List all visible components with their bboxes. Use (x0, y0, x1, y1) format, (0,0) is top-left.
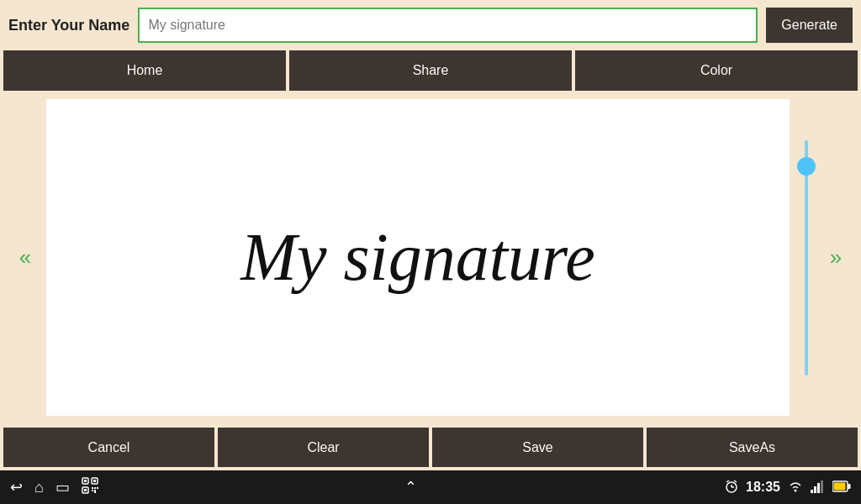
svg-rect-18 (814, 486, 816, 493)
name-input[interactable] (138, 8, 758, 43)
saveas-button[interactable]: SaveAs (647, 428, 858, 467)
status-time: 18:35 (746, 480, 780, 495)
cancel-button[interactable]: Cancel (3, 428, 214, 467)
svg-rect-7 (94, 487, 96, 489)
share-button[interactable]: Share (289, 50, 572, 91)
wifi-icon (787, 480, 804, 496)
save-button[interactable]: Save (432, 428, 643, 467)
signal-icon (811, 480, 826, 496)
recents-icon[interactable]: ▭ (55, 478, 70, 496)
svg-rect-23 (833, 482, 845, 490)
svg-rect-5 (84, 489, 87, 491)
svg-rect-1 (84, 480, 87, 482)
battery-icon (832, 480, 851, 495)
svg-rect-9 (94, 490, 96, 493)
status-left-icons: ↩ ⌂ ▭ (10, 477, 98, 498)
back-icon[interactable]: ↩ (10, 478, 23, 496)
clear-button[interactable]: Clear (218, 428, 429, 467)
svg-rect-3 (93, 480, 96, 482)
qr-icon[interactable] (82, 477, 98, 498)
prev-arrow-button[interactable]: « (8, 99, 42, 416)
next-arrow-button[interactable]: » (819, 244, 853, 270)
generate-button[interactable]: Generate (766, 8, 853, 43)
svg-rect-19 (817, 483, 820, 493)
svg-rect-6 (92, 487, 93, 489)
enter-name-label: Enter Your Name (8, 17, 129, 34)
svg-rect-20 (821, 480, 823, 493)
svg-line-14 (726, 480, 729, 482)
signature-display: My signature (240, 219, 594, 296)
svg-point-16 (794, 489, 796, 491)
slider-thumb[interactable] (797, 157, 816, 176)
svg-line-15 (734, 480, 737, 482)
size-slider[interactable] (794, 99, 819, 416)
svg-rect-8 (92, 490, 93, 491)
home-button[interactable]: Home (3, 50, 286, 91)
status-bar: ↩ ⌂ ▭ ⌃ (0, 470, 861, 504)
bottom-bar: Cancel Clear Save SaveAs (0, 424, 861, 470)
main-area: « My signature » (0, 91, 861, 424)
svg-rect-10 (97, 487, 98, 489)
signature-canvas: My signature (46, 99, 790, 416)
nav-bar: Home Share Color (0, 50, 861, 91)
svg-rect-22 (848, 484, 850, 489)
color-button[interactable]: Color (575, 50, 858, 91)
slider-track (805, 140, 808, 375)
alarm-icon (724, 479, 739, 496)
right-side: » (794, 99, 853, 416)
home-icon[interactable]: ⌂ (34, 479, 44, 496)
status-right-icons: 18:35 (724, 479, 851, 496)
top-bar: Enter Your Name Generate (0, 0, 861, 50)
svg-rect-17 (811, 490, 813, 493)
status-center-icon[interactable]: ⌃ (404, 478, 417, 496)
